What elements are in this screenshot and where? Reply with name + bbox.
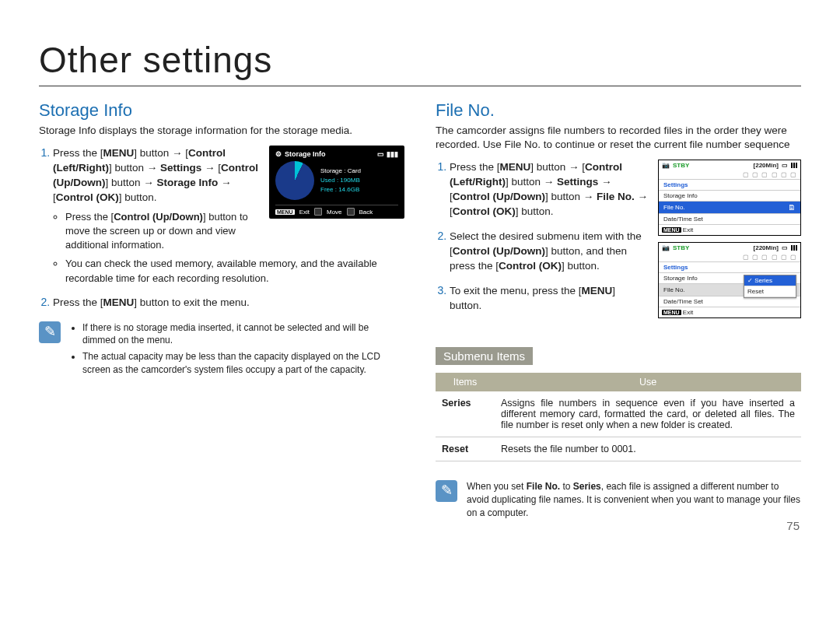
dropdown-reset[interactable]: Reset (744, 286, 796, 297)
row-settings[interactable]: Settings (659, 261, 800, 272)
row-file-no-selected[interactable]: File No.🗎 (659, 201, 800, 213)
t: Press the [ (65, 211, 114, 223)
card-icon: ▭ (782, 162, 788, 169)
t: ] button → (105, 177, 156, 188)
t: to (560, 481, 573, 492)
battery-icon: ▭ ▮▮▮ (377, 150, 398, 158)
menu-tag-icon: MENU (662, 310, 681, 315)
t: ] button. (562, 260, 600, 272)
t: Settings (663, 181, 688, 188)
fileno-note-text: When you set File No. to Series, each fi… (467, 480, 801, 519)
storage-info-panel: ⚙ Storage Info ▭ ▮▮▮ Storage : Card Used… (269, 146, 404, 219)
menu-tag-icon: MENU (662, 227, 681, 233)
camera-icon: 📷 (662, 244, 670, 251)
t: Settings (160, 162, 201, 174)
table-row: Reset Resets the file number to 0001. (436, 437, 801, 461)
t: When you set (467, 481, 527, 492)
t: ] button → (506, 176, 557, 188)
t: To exit the menu, press the [ (450, 285, 582, 296)
th-use: Use (495, 373, 801, 391)
t: Press the [ (450, 161, 500, 173)
cell-reset-label: Reset (436, 437, 495, 461)
t: File No. (663, 286, 685, 293)
exit-label: Exit (683, 309, 693, 316)
fileno-dropdown: ✓ Series Reset (744, 275, 796, 298)
t: Control (Up/Down) (453, 191, 545, 202)
page-number: 75 (786, 519, 800, 532)
t: ] button. (516, 205, 554, 217)
t: ] button to exit the menu. (134, 296, 250, 308)
panel-used-label: Used (320, 177, 335, 184)
panel-back: Back (359, 209, 373, 216)
t: Settings (663, 264, 688, 271)
t: MENU (103, 296, 135, 308)
t: Series (754, 277, 772, 284)
storage-note-2: The actual capacity may be less than the… (82, 350, 404, 377)
fileno-step-2: Select the desired submenu item with the… (450, 229, 649, 274)
page-title: Other settings (39, 39, 801, 81)
t: Reset (747, 288, 764, 295)
table-row: Series Assigns file numbers in sequence … (436, 391, 801, 437)
t: File No. (597, 191, 635, 202)
row-date-time[interactable]: Date/Time Set (659, 213, 800, 224)
storage-pie-chart (275, 161, 314, 200)
panel-title: Storage Info (285, 150, 326, 158)
t: ] button. (119, 191, 157, 203)
t: ] button → (545, 191, 597, 202)
camera-icon: 📷 (662, 162, 670, 169)
note-icon (436, 480, 457, 502)
t: File No. (527, 481, 560, 492)
battery-icon (791, 163, 797, 168)
fileno-step-1: Press the [MENU] button → [Control (Left… (450, 160, 649, 219)
menu-tag-icon: MENU (275, 209, 295, 215)
gear-icon: ⚙ (275, 150, 282, 158)
panel-storage-label: Storage (320, 167, 342, 174)
storage-note-1: If there is no storage media inserted, i… (82, 321, 404, 348)
submenu-items-heading: Submenu Items (436, 347, 533, 365)
mode-icon-row: ▢ ▢ ▢ ▢ ▢ ▢ (659, 170, 800, 179)
exit-label: Exit (683, 226, 693, 233)
t: Press the [ (53, 296, 103, 308)
t: → [ (201, 162, 221, 174)
stby-label: STBY (673, 162, 689, 169)
cell-reset-desc: Resets the file number to 0001. (495, 437, 801, 461)
fileno-heading: File No. (436, 100, 801, 121)
card-icon: ▭ (782, 244, 788, 251)
t: Press the [ (53, 147, 103, 159)
move-icon (314, 208, 322, 216)
t: Control (Up/Down) (114, 211, 203, 223)
title-divider (39, 86, 801, 86)
note-icon (39, 321, 61, 343)
fileno-intro: The camcorder assigns file numbers to re… (436, 124, 801, 152)
t: Control (OK) (453, 205, 516, 217)
row-settings[interactable]: Settings (659, 179, 800, 190)
mode-icon-row: ▢ ▢ ▢ ▢ ▢ ▢ (659, 253, 800, 261)
th-items: Items (436, 373, 495, 391)
panel-free-value: : 14.6GB (335, 186, 360, 193)
storage-sub-b: You can check the used memory, available… (65, 257, 404, 285)
rec-time: [220Min] (754, 244, 779, 251)
t: Storage Info (663, 275, 698, 282)
panel-free-label: Free (320, 186, 333, 193)
t: MENU (500, 161, 531, 173)
back-icon (347, 208, 355, 216)
fileno-note: When you set File No. to Series, each fi… (436, 480, 801, 519)
dropdown-series[interactable]: ✓ Series (744, 275, 796, 286)
fileno-panel-1: 📷 STBY [220Min] ▭ ▢ ▢ ▢ ▢ ▢ ▢ Settings S… (658, 160, 801, 236)
fileno-panel-2: 📷 STBY [220Min] ▭ ▢ ▢ ▢ ▢ ▢ ▢ Settings S… (658, 242, 801, 318)
t: ] button → (109, 162, 160, 174)
stby-label: STBY (673, 244, 689, 251)
panel-storage-value: : Card (344, 167, 361, 174)
t: Storage Info (663, 192, 698, 199)
t: Control (OK) (499, 260, 562, 272)
cell-series-desc: Assigns file numbers in sequence even if… (495, 391, 801, 437)
col-storage: Storage Info Storage Info displays the s… (39, 100, 404, 520)
battery-icon (791, 245, 797, 251)
fileno-step-3: To exit the menu, press the [MENU] butto… (450, 283, 649, 314)
col-fileno: File No. The camcorder assigns file numb… (436, 100, 801, 520)
row-storage-info[interactable]: Storage Info (659, 190, 800, 201)
t: ] button → [ (134, 147, 188, 159)
t: MENU (103, 147, 135, 159)
t: ] button → [ (530, 161, 585, 173)
t: Settings (557, 176, 598, 188)
